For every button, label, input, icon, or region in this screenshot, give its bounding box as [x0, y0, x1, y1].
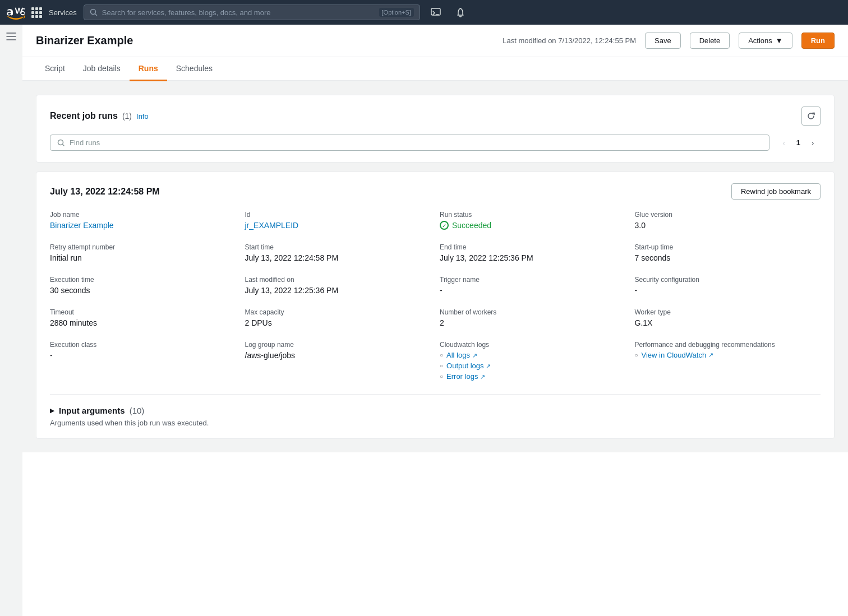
trigger-name-value: - [440, 286, 626, 295]
detail-retry: Retry attempt number Initial run [50, 243, 236, 262]
refresh-icon [807, 112, 815, 120]
search-icon [90, 8, 98, 16]
tab-bar: Script Job details Runs Schedules [22, 57, 848, 81]
prev-page-button[interactable]: ‹ [776, 135, 792, 151]
detail-start-time: Start time July 13, 2022 12:24:58 PM [245, 243, 431, 262]
detail-execution-time: Execution time 30 seconds [50, 276, 236, 295]
detail-cloudwatch-logs: Cloudwatch logs All logs ↗ [440, 341, 626, 383]
log-group-value: /aws-glue/jobs [245, 351, 431, 360]
retry-value: Initial run [50, 253, 236, 262]
detail-security-config: Security configuration - [635, 276, 821, 295]
svg-rect-1 [431, 8, 440, 15]
content-area: Binarizer Example Last modified on 7/13/… [0, 25, 848, 616]
input-args-description: Arguments used when this job run was exe… [50, 419, 821, 427]
expand-icon: ▶ [50, 407, 54, 414]
search-bar-icon [57, 139, 65, 147]
start-time-value: July 13, 2022 12:24:58 PM [245, 253, 431, 262]
page-header: Binarizer Example Last modified on 7/13/… [22, 25, 848, 57]
services-nav-label[interactable]: Services [49, 8, 77, 17]
aws-logo[interactable] [7, 3, 25, 21]
next-page-button[interactable]: › [805, 135, 821, 151]
terminal-icon[interactable] [427, 3, 445, 21]
input-arguments-section: ▶ Input arguments (10) Arguments used wh… [50, 406, 821, 427]
detail-trigger-name: Trigger name - [440, 276, 626, 295]
tab-schedules[interactable]: Schedules [167, 57, 222, 81]
end-time-value: July 13, 2022 12:25:36 PM [440, 253, 626, 262]
input-args-title: Input arguments (10) [59, 406, 144, 415]
section-divider [50, 394, 821, 395]
view-cloudwatch-link[interactable]: View in CloudWatch ↗ [642, 351, 714, 359]
actions-button[interactable]: Actions ▼ [739, 33, 792, 49]
top-navigation: Services [Option+S] [0, 0, 848, 25]
max-capacity-value: 2 DPUs [245, 318, 431, 327]
glue-version-value: 3.0 [635, 221, 821, 230]
perf-links-list: View in CloudWatch ↗ [635, 351, 821, 359]
all-logs-link[interactable]: All logs ↗ [446, 351, 477, 359]
global-search[interactable]: [Option+S] [84, 4, 420, 20]
detail-glue-version: Glue version 3.0 [635, 211, 821, 230]
security-config-value: - [635, 286, 821, 295]
run-timestamp: July 13, 2022 12:24:58 PM [50, 187, 160, 197]
global-search-input[interactable] [102, 8, 375, 17]
chevron-down-icon: ▼ [776, 36, 783, 45]
job-name-link[interactable]: Binarizer Example [50, 221, 114, 230]
grid-menu-icon[interactable] [31, 7, 42, 18]
info-link[interactable]: Info [136, 112, 149, 121]
external-link-icon: ↗ [708, 351, 713, 359]
tab-runs[interactable]: Runs [130, 57, 167, 81]
page-title: Binarizer Example [36, 34, 494, 47]
worker-type-value: G.1X [635, 318, 821, 327]
tab-content-runs: Recent job runs (1) Info [22, 81, 848, 452]
pagination: ‹ 1 › [776, 135, 821, 151]
run-detail-card: July 13, 2022 12:24:58 PM Rewind job boo… [36, 172, 835, 439]
run-id-link[interactable]: jr_EXAMPLEID [245, 221, 299, 230]
last-modified-text: Last modified on 7/13/2022, 12:24:55 PM [503, 36, 636, 45]
refresh-button[interactable] [801, 106, 821, 126]
output-logs-link[interactable]: Output logs ↗ [446, 362, 491, 370]
startup-time-value: 7 seconds [635, 253, 821, 262]
save-button[interactable]: Save [645, 33, 681, 49]
recent-runs-header: Recent job runs (1) Info [50, 106, 821, 126]
last-modified-value: July 13, 2022 12:25:36 PM [245, 286, 431, 295]
tab-script[interactable]: Script [36, 57, 74, 81]
external-link-icon: ↗ [472, 352, 477, 359]
run-card-header: July 13, 2022 12:24:58 PM Rewind job boo… [50, 183, 821, 200]
input-args-count: (10) [130, 406, 145, 415]
recent-runs-count: (1) [122, 112, 132, 121]
sidebar-toggle[interactable] [0, 25, 22, 40]
status-value: Succeeded [452, 221, 491, 230]
detail-startup-time: Start-up time 7 seconds [635, 243, 821, 262]
search-shortcut: [Option+S] [379, 8, 414, 17]
num-workers-value: 2 [440, 318, 626, 327]
detail-end-time: End time July 13, 2022 12:25:36 PM [440, 243, 626, 262]
find-runs-input[interactable] [70, 138, 762, 147]
main-content: Binarizer Example Last modified on 7/13/… [22, 25, 848, 616]
timeout-value: 2880 minutes [50, 318, 236, 327]
detail-run-status: Run status ✓ Succeeded [440, 211, 626, 230]
status-succeeded-icon: ✓ [440, 221, 449, 230]
execution-time-value: 30 seconds [50, 286, 236, 295]
notifications-icon[interactable] [451, 3, 469, 21]
log-links-list: All logs ↗ Output logs ↗ [440, 351, 626, 381]
delete-button[interactable]: Delete [690, 33, 730, 49]
detail-max-capacity: Max capacity 2 DPUs [245, 308, 431, 327]
page-number: 1 [796, 138, 800, 147]
detail-id: Id jr_EXAMPLEID [245, 211, 431, 230]
exec-class-value: - [50, 351, 236, 360]
input-args-toggle[interactable]: ▶ Input arguments (10) [50, 406, 821, 415]
detail-num-workers: Number of workers 2 [440, 308, 626, 327]
error-logs-link[interactable]: Error logs ↗ [446, 372, 485, 381]
detail-log-group: Log group name /aws-glue/jobs [245, 341, 431, 383]
detail-worker-type: Worker type G.1X [635, 308, 821, 327]
recent-runs-title: Recent job runs (1) [50, 111, 132, 121]
detail-perf-recommendations: Performance and debugging recommendation… [635, 341, 821, 383]
page-wrapper: Binarizer Example Last modified on 7/13/… [0, 25, 848, 616]
detail-exec-class: Execution class - [50, 341, 236, 383]
detail-last-modified: Last modified on July 13, 2022 12:25:36 … [245, 276, 431, 295]
run-button[interactable]: Run [801, 33, 835, 49]
detail-job-name: Job name Binarizer Example [50, 211, 236, 230]
tab-job-details[interactable]: Job details [74, 57, 130, 81]
rewind-bookmark-button[interactable]: Rewind job bookmark [731, 183, 821, 200]
detail-timeout: Timeout 2880 minutes [50, 308, 236, 327]
find-runs-search[interactable] [50, 135, 769, 151]
